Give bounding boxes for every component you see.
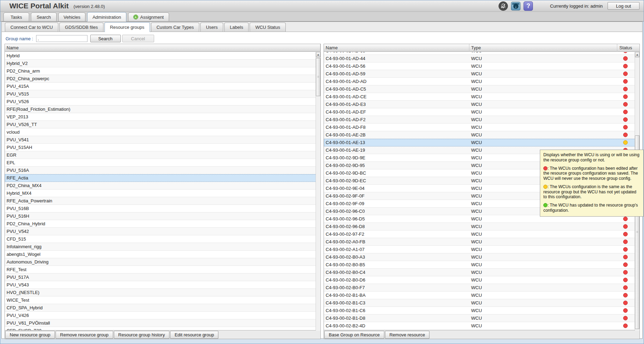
table-row[interactable]: C4-93-00-02-97-F2WCU (324, 230, 639, 238)
table-row[interactable]: C4-93-00-02-B2-4DWCU (324, 322, 639, 330)
table-row[interactable]: C4-93-00-02-B1-C3WCU (324, 299, 639, 307)
table-row[interactable]: C4-93-00-01-AD-EFWCU (324, 108, 639, 116)
table-row[interactable]: C4-93-00-02-B0-D6WCU (324, 276, 639, 284)
status-red-icon (623, 240, 628, 244)
list-item[interactable]: PVU_V61_PVÖinstall (5, 319, 320, 327)
table-row[interactable]: C4-93-00-02-B1-D8WCU (324, 314, 639, 322)
list-item[interactable]: Hybrid_MX4 (5, 190, 320, 197)
list-item[interactable]: PVU_V541 (5, 136, 320, 144)
list-item[interactable]: Autonomous_Driving (5, 258, 320, 266)
list-item[interactable]: PVU_V526 (5, 98, 320, 106)
new-resource-group-button[interactable]: New resource group (5, 331, 55, 339)
main-tab-vehicles[interactable]: Vehicles (58, 12, 85, 21)
list-item[interactable]: Infotainment_rigg (5, 243, 320, 251)
remove-resource-button[interactable]: Remove resource (385, 331, 430, 339)
status-red-icon (623, 308, 628, 313)
list-item[interactable]: PD2_China_arm (5, 67, 320, 75)
main-tab-assignment[interactable]: +Assignment (128, 12, 169, 21)
table-row[interactable]: C4-93-00-02-A0-FBWCU (324, 238, 639, 246)
list-item[interactable]: CFD_515 (5, 235, 320, 243)
table-row[interactable]: C4-93-00-01-AD-44WCU (324, 55, 639, 62)
sub-tab-gds-sddb-files[interactable]: GDS/SDDB files (59, 23, 103, 32)
main-tab-tasks[interactable]: Tasks (3, 12, 29, 21)
list-item[interactable]: PVU_V526_TT (5, 121, 320, 128)
list-item[interactable]: abengts1_Wogel (5, 251, 320, 258)
right-scroll-up-icon[interactable]: ▲ (635, 52, 639, 57)
table-row[interactable]: C4-93-00-02-B0-B5WCU (324, 261, 639, 269)
table-row[interactable]: C4-93-00-02-B0-F7WCU (324, 284, 639, 292)
list-item[interactable]: PD2_China_MX4 (5, 182, 320, 190)
table-row[interactable]: C4-93-00-02-B1-C6WCU (324, 307, 639, 314)
table-row[interactable]: C4-93-00-02-B0-A3WCU (324, 253, 639, 261)
sub-tab-wcu-status[interactable]: WCU Status (250, 23, 286, 32)
table-row[interactable]: C4-93-00-02-96-D8WCU (324, 223, 639, 230)
list-item[interactable]: PVU_V515 (5, 90, 320, 98)
list-item[interactable]: PVU_517A (5, 274, 320, 281)
list-item[interactable]: PVU_V543 (5, 281, 320, 289)
table-row[interactable]: C4-93-00-01-AE-13WCU (324, 139, 639, 146)
table-row[interactable]: C4-93-00-01-AD-F8WCU (324, 124, 639, 131)
list-item[interactable]: PD2_China_powerpc (5, 75, 320, 83)
notifications-muted-icon[interactable] (499, 1, 508, 11)
list-item[interactable]: RFE_Actia (5, 174, 320, 182)
list-item[interactable]: Hybrid (5, 52, 320, 60)
edit-resource-group-button[interactable]: Edit resource group (170, 331, 218, 339)
search-button[interactable]: Search (90, 35, 121, 42)
sub-tab-labels[interactable]: Labels (224, 23, 249, 32)
list-item[interactable]: PVU_516A (5, 167, 320, 174)
table-row[interactable]: C4-93-00-02-B1-BAWCU (324, 292, 639, 299)
resource-group-history-button[interactable]: Resource group history (114, 331, 169, 339)
list-item[interactable]: PVU_V542 (5, 228, 320, 235)
table-row[interactable]: C4-93-00-01-AD-38WCU (324, 52, 639, 55)
left-scroll-up-icon[interactable]: ▲ (316, 52, 320, 57)
resource-status-cell (617, 101, 634, 108)
list-item[interactable]: PD2_China_Hybrid (5, 220, 320, 228)
list-item[interactable]: EGR (5, 151, 320, 159)
list-item[interactable]: RFE(Road_Friction_Estimation) (5, 106, 320, 113)
help-icon[interactable]: ? (524, 1, 533, 11)
table-row[interactable]: C4-93-00-01-AD-59WCU (324, 70, 639, 78)
sub-tab-users[interactable]: Users (200, 23, 223, 32)
list-item[interactable]: RFE_Test (5, 266, 320, 274)
logout-button[interactable]: Log out (608, 2, 639, 10)
list-item[interactable]: vcloud (5, 128, 320, 136)
left-scrollbar-thumb[interactable] (316, 58, 320, 96)
main-tab-search[interactable]: Search (31, 12, 57, 21)
table-row[interactable]: C4-93-00-02-B0-C4WCU (324, 269, 639, 276)
sub-tab-connect-car-to-wcu[interactable]: Connect Car to WCU (5, 23, 58, 32)
list-item[interactable]: PVU_415A (5, 83, 320, 90)
list-item[interactable]: EPL (5, 159, 320, 167)
list-item[interactable]: VEP_2013 (5, 113, 320, 121)
list-item[interactable]: CFD_SPA_Hybrid (5, 304, 320, 312)
resource-status-cell (617, 139, 634, 146)
status-red-icon (623, 285, 628, 290)
resource-type-cell: WCU (469, 139, 617, 146)
table-row[interactable]: C4-93-00-02-A1-07WCU (324, 246, 639, 253)
list-item[interactable]: WICE_Test (5, 296, 320, 304)
remove-resource-group-button[interactable]: Remove resource group (56, 331, 113, 339)
base-group-on-resource-button[interactable]: Base Group on Resource (324, 331, 384, 339)
list-item[interactable]: HVO_(NESTLE) (5, 289, 320, 296)
status-red-icon (623, 217, 628, 221)
table-row[interactable]: C4-93-00-01-AD-56WCU (324, 62, 639, 70)
group-name-input[interactable] (36, 35, 87, 42)
table-row[interactable]: C4-93-00-01-AD-C5WCU (324, 85, 639, 93)
table-row[interactable]: C4-93-00-01-AD-E3WCU (324, 101, 639, 108)
left-scrollbar[interactable]: ▲ (316, 52, 320, 331)
table-row[interactable]: C4-93-00-01-AE-2BWCU (324, 131, 639, 139)
list-item[interactable]: PVU_516B (5, 205, 320, 212)
download-icon[interactable]: ↓ (511, 1, 520, 11)
tab-label: Vehicles (64, 15, 80, 20)
cancel-button[interactable]: Cancel (122, 35, 154, 42)
main-tab-administration[interactable]: Administration (87, 12, 126, 22)
list-item[interactable]: Hybrid_V2 (5, 60, 320, 67)
table-row[interactable]: C4-93-00-01-AD-F2WCU (324, 116, 639, 124)
list-item[interactable]: PVU_516H (5, 212, 320, 220)
list-item[interactable]: PVU_515AH (5, 144, 320, 151)
list-item[interactable]: PVU_V426 (5, 312, 320, 319)
table-row[interactable]: C4-93-00-01-AD-ADWCU (324, 78, 639, 85)
sub-tab-custom-car-types[interactable]: Custom Car Types (151, 23, 199, 32)
table-row[interactable]: C4-93-00-01-AD-CEWCU (324, 93, 639, 101)
sub-tab-resource-groups[interactable]: Resource groups (104, 22, 150, 32)
list-item[interactable]: RFE_Actia_Powertrain (5, 197, 320, 205)
